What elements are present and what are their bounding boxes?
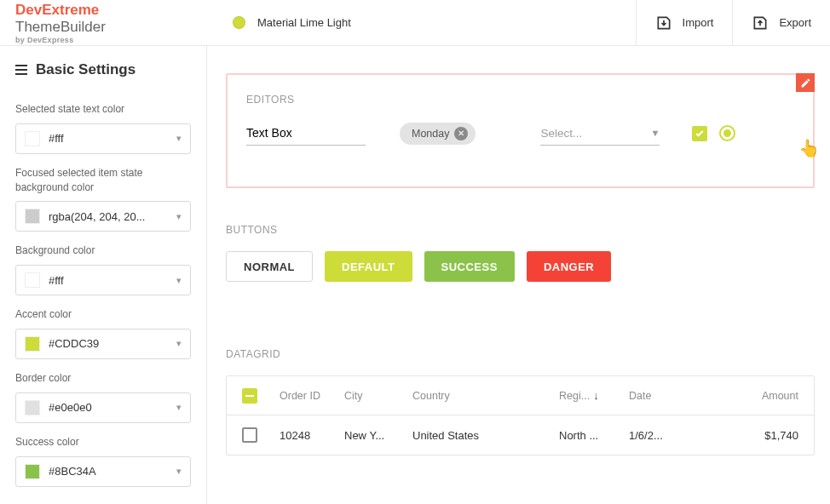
danger-button[interactable]: DANGER (527, 251, 611, 282)
buttons-section: BUTTONS NORMAL DEFAULT SUCCESS DANGER (226, 224, 815, 282)
export-button[interactable]: Export (732, 0, 830, 45)
header-checkbox-indeterminate[interactable] (242, 388, 257, 404)
editors-row: Monday ✕ Select... ▼ (246, 121, 794, 146)
import-icon (655, 14, 672, 32)
chevron-down-icon: ▾ (176, 402, 182, 413)
datagrid-section: DATAGRID Order ID City Country Regi...↓ … (226, 348, 815, 455)
color-picker[interactable]: #8BC34A▾ (15, 456, 191, 487)
color-picker[interactable]: #fff▾ (15, 265, 191, 295)
chevron-down-icon: ▾ (176, 275, 182, 286)
buttons-section-title: BUTTONS (226, 224, 815, 236)
color-value: #8BC34A (49, 465, 176, 478)
select-dropdown[interactable]: Select... ▼ (540, 122, 660, 146)
swatch-icon (25, 209, 40, 224)
chevron-down-icon: ▾ (176, 211, 182, 222)
hamburger-icon[interactable] (15, 65, 27, 75)
chevron-down-icon: ▼ (651, 128, 660, 138)
brand-title: DevExtreme ThemeBuilder (15, 2, 192, 36)
cell-order-id: 10248 (280, 429, 344, 442)
swatch-icon (25, 131, 40, 146)
col-order-id[interactable]: Order ID (280, 390, 344, 402)
setting-label: Background color (15, 243, 191, 258)
chip-label: Monday (412, 128, 449, 140)
color-picker[interactable]: #CDDC39▾ (15, 329, 191, 359)
setting-label: Border color (15, 371, 191, 386)
editors-panel: EDITORS Monday ✕ Select... ▼ (226, 73, 815, 188)
top-actions: Import Export (636, 0, 830, 45)
color-value: #fff (49, 132, 176, 145)
datagrid-header-row: Order ID City Country Regi...↓ Date Amou… (227, 376, 814, 415)
default-button[interactable]: DEFAULT (325, 251, 412, 282)
setting-label: Success color (15, 435, 191, 450)
cell-city: New Y... (344, 429, 412, 442)
brand-block: DevExtreme ThemeBuilder by DevExpress (0, 2, 207, 44)
chevron-down-icon: ▾ (176, 133, 182, 144)
row-checkbox[interactable] (242, 427, 257, 443)
swatch-icon (25, 272, 40, 288)
editors-section-title: EDITORS (246, 94, 794, 106)
current-theme-indicator[interactable]: Material Lime Light (207, 16, 377, 29)
brand-devextreme: DevExtreme (15, 2, 99, 18)
select-placeholder: Select... (540, 127, 582, 140)
import-button[interactable]: Import (636, 0, 733, 45)
top-bar: DevExtreme ThemeBuilder by DevExpress Ma… (0, 0, 830, 46)
cell-country: United States (412, 429, 559, 442)
col-region[interactable]: Regi...↓ (559, 389, 629, 402)
swatch-icon (25, 400, 40, 415)
setting-label: Selected state text color (15, 102, 191, 117)
sidebar-header: Basic Settings (15, 46, 191, 90)
cell-region: North ... (559, 429, 629, 442)
brand-subtitle: by DevExpress (15, 36, 192, 44)
theme-name: Material Lime Light (257, 16, 351, 29)
col-country[interactable]: Country (412, 390, 559, 402)
chip-remove-icon[interactable]: ✕ (454, 127, 468, 140)
color-picker[interactable]: rgba(204, 204, 20...▾ (15, 201, 191, 232)
swatch-icon (25, 464, 40, 479)
theme-color-dot (233, 16, 245, 29)
preview-area: 👆 EDITORS Monday ✕ Select... ▼ (207, 46, 830, 504)
textbox-input[interactable] (246, 121, 366, 146)
radio-selected[interactable] (719, 125, 735, 141)
datagrid: Order ID City Country Regi...↓ Date Amou… (226, 375, 815, 455)
datagrid-section-title: DATAGRID (226, 348, 815, 360)
col-region-label: Regi... (559, 390, 590, 402)
cell-amount: $1,740 (692, 429, 798, 442)
success-button[interactable]: SUCCESS (424, 251, 515, 282)
color-value: #fff (49, 274, 176, 287)
color-picker[interactable]: #e0e0e0▾ (15, 392, 191, 423)
swatch-icon (25, 336, 40, 352)
import-label: Import (683, 16, 714, 29)
sidebar: Basic Settings Selected state text color… (0, 46, 207, 504)
color-value: #CDDC39 (49, 337, 176, 350)
radio-dot (723, 129, 731, 137)
cell-date: 1/6/2... (629, 429, 692, 442)
chevron-down-icon: ▾ (176, 466, 182, 477)
edit-section-button[interactable] (796, 73, 815, 92)
export-label: Export (779, 16, 811, 29)
brand-themebuilder: ThemeBuilder (15, 19, 106, 35)
chevron-down-icon: ▾ (176, 338, 182, 349)
setting-label: Accent color (15, 307, 191, 322)
datagrid-row[interactable]: 10248 New Y... United States North ... 1… (227, 415, 814, 455)
check-icon (695, 129, 705, 139)
color-value: #e0e0e0 (49, 401, 176, 414)
col-city[interactable]: City (344, 390, 412, 402)
col-amount[interactable]: Amount (692, 390, 798, 402)
normal-button[interactable]: NORMAL (226, 251, 313, 282)
sidebar-title: Basic Settings (36, 61, 135, 78)
col-date[interactable]: Date (629, 390, 692, 402)
checkbox-checked[interactable] (692, 126, 707, 141)
sort-down-icon: ↓ (593, 389, 599, 402)
export-icon (752, 14, 769, 32)
color-value: rgba(204, 204, 20... (49, 210, 176, 223)
setting-label: Focused selected item state background c… (15, 166, 191, 195)
color-picker[interactable]: #fff▾ (15, 123, 191, 154)
pencil-icon (800, 77, 811, 89)
tag-chip[interactable]: Monday ✕ (400, 123, 476, 145)
